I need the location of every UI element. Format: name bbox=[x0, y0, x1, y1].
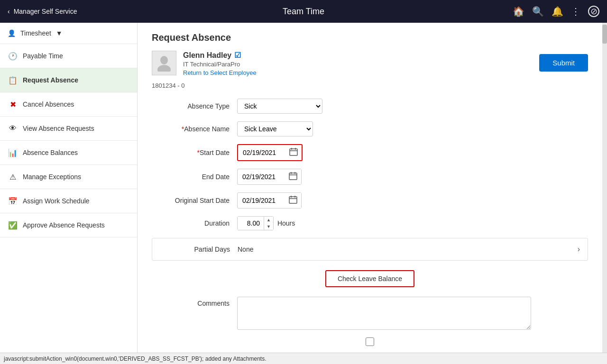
page-title: Request Absence bbox=[152, 32, 588, 43]
request-absence-icon: 📋 bbox=[8, 75, 18, 85]
return-to-select-employee-link[interactable]: Return to Select Employee bbox=[183, 69, 257, 76]
comments-label: Comments bbox=[152, 297, 237, 307]
start-date-input[interactable] bbox=[238, 146, 285, 159]
top-bar: ‹ Manager Self Service Team Time 🏠 🔍 🔔 ⋮… bbox=[0, 0, 607, 23]
partial-days-value: None bbox=[238, 246, 578, 253]
original-start-date-wrapper bbox=[237, 192, 302, 209]
sidebar-item-approve-absence-requests[interactable]: ✅ Approve Absence Requests bbox=[0, 213, 137, 237]
main-layout: 👤 Timesheet ▼ 🕐 Payable Time 📋 Request A… bbox=[0, 23, 607, 364]
employee-info: Glenn Hadley ☑ IT Technical/ParaPro Retu… bbox=[152, 51, 588, 76]
sidebar-item-assign-work-label: Assign Work Schedule bbox=[23, 197, 129, 205]
sidebar-item-request-absence-label: Request Absence bbox=[23, 76, 129, 84]
hours-label: Hours bbox=[277, 219, 295, 227]
absence-name-label: *Absence Name bbox=[152, 125, 237, 133]
absence-type-row: Absence Type Sick Vacation Personal bbox=[152, 99, 588, 114]
partial-days-section[interactable]: Partial Days None › bbox=[152, 238, 588, 261]
end-date-label: End Date bbox=[152, 173, 237, 181]
sidebar-item-approve-absence-label: Approve Absence Requests bbox=[23, 221, 129, 229]
back-nav-label: Manager Self Service bbox=[14, 8, 77, 15]
more-icon[interactable]: ⋮ bbox=[571, 6, 580, 17]
back-nav[interactable]: ‹ Manager Self Service bbox=[8, 8, 77, 15]
svg-point-0 bbox=[160, 56, 168, 64]
checkbox-row bbox=[152, 337, 588, 346]
employee-name-text: Glenn Hadley bbox=[183, 51, 231, 60]
duration-input-wrap: ▲ ▼ bbox=[237, 216, 274, 230]
back-arrow-icon: ‹ bbox=[8, 8, 10, 15]
absence-name-control: Sick Leave Vacation Leave Personal Leave bbox=[237, 121, 313, 136]
duration-row: Duration ▲ ▼ Hours bbox=[152, 216, 588, 230]
end-date-wrapper bbox=[237, 169, 302, 185]
assign-work-icon: 📅 bbox=[8, 196, 18, 206]
end-date-control bbox=[237, 169, 302, 185]
duration-decrement-button[interactable]: ▼ bbox=[264, 223, 273, 230]
employee-name: Glenn Hadley ☑ bbox=[183, 51, 257, 60]
sidebar-item-absence-balances-label: Absence Balances bbox=[23, 149, 129, 156]
partial-days-chevron-right-icon: › bbox=[578, 245, 580, 254]
end-date-calendar-button[interactable] bbox=[285, 169, 301, 184]
absence-type-label: Absence Type bbox=[152, 102, 237, 110]
approve-absence-icon: ✅ bbox=[8, 220, 18, 230]
timesheet-icon: 👤 bbox=[8, 29, 16, 37]
start-date-control bbox=[237, 144, 303, 161]
form-section: Absence Type Sick Vacation Personal *Abs… bbox=[152, 99, 588, 230]
submit-button[interactable]: Submit bbox=[539, 54, 588, 72]
employee-details: Glenn Hadley ☑ IT Technical/ParaPro Retu… bbox=[183, 51, 257, 76]
page-header-title: Team Time bbox=[283, 7, 324, 17]
search-icon[interactable]: 🔍 bbox=[532, 6, 544, 17]
check-leave-balance-button[interactable]: Check Leave Balance bbox=[325, 270, 414, 287]
cancel-absences-icon: ✖ bbox=[8, 99, 18, 109]
scrollbar-thumb bbox=[602, 25, 607, 44]
sidebar-item-assign-work-schedule[interactable]: 📅 Assign Work Schedule bbox=[0, 189, 137, 213]
employee-id: 1801234 - 0 bbox=[152, 82, 588, 89]
sidebar-item-request-absence[interactable]: 📋 Request Absence bbox=[0, 68, 137, 92]
sidebar-item-payable-time-label: Payable Time bbox=[23, 52, 129, 60]
start-date-wrapper bbox=[237, 144, 303, 161]
check-leave-balance-wrapper: Check Leave Balance bbox=[152, 270, 588, 287]
sidebar: 👤 Timesheet ▼ 🕐 Payable Time 📋 Request A… bbox=[0, 23, 138, 364]
sidebar-item-payable-time[interactable]: 🕐 Payable Time bbox=[0, 44, 137, 68]
sidebar-item-timesheet-label: Timesheet bbox=[20, 29, 51, 37]
sidebar-item-manage-exceptions[interactable]: ⚠ Manage Exceptions bbox=[0, 165, 137, 189]
original-start-date-label: Original Start Date bbox=[152, 197, 237, 204]
no-entry-icon[interactable]: ⊘ bbox=[588, 6, 599, 17]
duration-input[interactable] bbox=[238, 217, 264, 230]
duration-increment-button[interactable]: ▲ bbox=[264, 217, 273, 223]
start-date-label: *Start Date bbox=[152, 149, 237, 156]
status-bar: javascript:submitAction_win0(document.wi… bbox=[0, 353, 607, 364]
sidebar-item-timesheet[interactable]: 👤 Timesheet ▼ bbox=[0, 23, 137, 44]
original-start-date-calendar-button[interactable] bbox=[285, 193, 301, 208]
original-start-date-row: Original Start Date bbox=[152, 192, 588, 209]
verified-badge: ☑ bbox=[234, 51, 241, 60]
start-date-row: *Start Date bbox=[152, 144, 588, 161]
original-start-date-input[interactable] bbox=[238, 194, 285, 207]
view-absence-icon: 👁 bbox=[8, 123, 18, 134]
avatar bbox=[152, 51, 176, 75]
end-date-input[interactable] bbox=[238, 170, 285, 183]
svg-rect-2 bbox=[290, 149, 297, 155]
partial-days-label: Partial Days bbox=[160, 246, 238, 253]
duration-wrapper: ▲ ▼ Hours bbox=[237, 216, 295, 230]
agreement-checkbox[interactable] bbox=[366, 337, 374, 346]
end-date-row: End Date bbox=[152, 169, 588, 185]
comments-textarea[interactable] bbox=[237, 297, 531, 330]
sidebar-item-view-absence-requests[interactable]: 👁 View Absence Requests bbox=[0, 117, 137, 141]
home-icon[interactable]: 🏠 bbox=[513, 6, 524, 17]
top-bar-actions: 🏠 🔍 🔔 ⋮ ⊘ bbox=[513, 6, 599, 17]
svg-rect-6 bbox=[289, 173, 297, 180]
svg-rect-10 bbox=[289, 197, 297, 203]
absence-name-select[interactable]: Sick Leave Vacation Leave Personal Leave bbox=[237, 121, 313, 136]
sidebar-item-absence-balances[interactable]: 📊 Absence Balances bbox=[0, 141, 137, 165]
status-bar-text: javascript:submitAction_win0(document.wi… bbox=[4, 355, 267, 362]
duration-spinners: ▲ ▼ bbox=[264, 217, 273, 230]
start-date-calendar-button[interactable] bbox=[285, 145, 302, 160]
absence-type-select[interactable]: Sick Vacation Personal bbox=[237, 99, 322, 114]
sidebar-item-cancel-absences-label: Cancel Absences bbox=[23, 100, 129, 108]
sidebar-item-cancel-absences[interactable]: ✖ Cancel Absences bbox=[0, 92, 137, 117]
right-scrollbar[interactable] bbox=[602, 23, 607, 364]
duration-control: ▲ ▼ Hours bbox=[237, 216, 295, 230]
sidebar-item-manage-exceptions-label: Manage Exceptions bbox=[23, 173, 129, 181]
bell-icon[interactable]: 🔔 bbox=[552, 6, 563, 17]
absence-balances-icon: 📊 bbox=[8, 147, 18, 158]
sidebar-item-view-absence-label: View Absence Requests bbox=[23, 125, 129, 132]
chevron-down-icon: ▼ bbox=[56, 29, 63, 37]
